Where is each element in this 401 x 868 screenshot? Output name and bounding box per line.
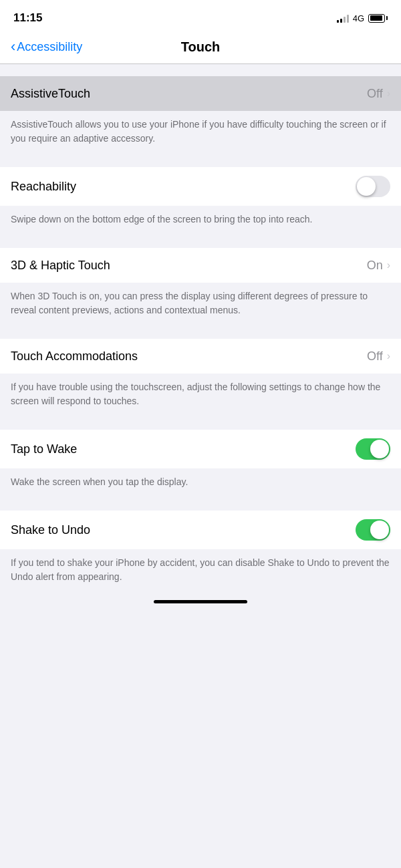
shake-undo-toggle-knob	[370, 521, 389, 539]
shake-undo-description: If you tend to shake your iPhone by acci…	[0, 549, 401, 593]
tap-wake-toggle-knob	[370, 440, 389, 458]
home-indicator	[0, 593, 401, 609]
haptic-touch-value: On	[367, 259, 383, 273]
shake-undo-row[interactable]: Shake to Undo	[0, 511, 401, 549]
haptic-touch-row[interactable]: 3D & Haptic Touch On ›	[0, 248, 401, 283]
section-gap-6	[0, 498, 401, 511]
back-label: Accessibility	[17, 40, 82, 54]
back-button[interactable]: ‹ Accessibility	[11, 40, 82, 54]
reachability-toggle[interactable]	[356, 176, 390, 197]
haptic-touch-right: On ›	[367, 259, 390, 273]
tap-wake-desc-text: Wake the screen when you tap the display…	[11, 476, 188, 487]
tap-wake-toggle[interactable]	[356, 438, 390, 460]
assistive-touch-label: AssistiveTouch	[11, 87, 90, 101]
haptic-touch-group: 3D & Haptic Touch On ›	[0, 248, 401, 283]
touch-accommodations-label: Touch Accommodations	[11, 349, 138, 364]
status-bar: 11:15 4G	[0, 0, 401, 33]
touch-accommodations-group: Touch Accommodations Off ›	[0, 339, 401, 374]
section-gap-2	[0, 155, 401, 167]
home-bar	[154, 600, 247, 603]
tap-wake-group: Tap to Wake	[0, 430, 401, 468]
shake-undo-desc-text: If you tend to shake your iPhone by acci…	[11, 557, 390, 582]
shake-undo-toggle[interactable]	[356, 519, 390, 541]
haptic-touch-chevron-icon: ›	[387, 259, 390, 271]
haptic-touch-label: 3D & Haptic Touch	[11, 259, 110, 273]
reachability-group: Reachability	[0, 167, 401, 206]
assistive-touch-group: AssistiveTouch Off ›	[0, 76, 401, 111]
reachability-label: Reachability	[11, 180, 76, 194]
nav-header: ‹ Accessibility Touch	[0, 33, 401, 64]
touch-accommodations-value: Off	[367, 349, 383, 364]
back-chevron-icon: ‹	[11, 39, 15, 54]
haptic-touch-desc-text: When 3D Touch is on, you can press the d…	[11, 291, 368, 315]
status-time: 11:15	[13, 11, 42, 25]
tap-wake-description: Wake the screen when you tap the display…	[0, 468, 401, 498]
signal-icon	[337, 13, 349, 23]
reachability-description: Swipe down on the bottom edge of the scr…	[0, 206, 401, 236]
network-label: 4G	[353, 13, 364, 23]
reachability-row[interactable]: Reachability	[0, 167, 401, 206]
assistive-touch-desc-text: AssistiveTouch allows you to use your iP…	[11, 119, 386, 144]
assistive-touch-description: AssistiveTouch allows you to use your iP…	[0, 111, 401, 155]
reachability-toggle-knob	[357, 177, 376, 196]
assistive-touch-chevron-icon: ›	[387, 88, 390, 100]
assistive-touch-value: Off	[367, 87, 383, 101]
touch-accommodations-chevron-icon: ›	[387, 350, 390, 362]
section-gap-4	[0, 327, 401, 339]
touch-accommodations-row[interactable]: Touch Accommodations Off ›	[0, 339, 401, 374]
section-gap-1	[0, 64, 401, 76]
assistive-touch-right: Off ›	[367, 87, 390, 101]
touch-accommodations-right: Off ›	[367, 349, 390, 364]
battery-icon	[368, 14, 388, 23]
assistive-touch-row[interactable]: AssistiveTouch Off ›	[0, 76, 401, 111]
shake-undo-label: Shake to Undo	[11, 523, 90, 537]
reachability-desc-text: Swipe down on the bottom edge of the scr…	[11, 214, 312, 225]
section-gap-5	[0, 418, 401, 430]
status-icons: 4G	[337, 13, 388, 23]
touch-accommodations-description: If you have trouble using the touchscree…	[0, 374, 401, 418]
haptic-touch-description: When 3D Touch is on, you can press the d…	[0, 283, 401, 327]
page-title: Touch	[181, 39, 221, 55]
section-gap-3	[0, 236, 401, 248]
tap-wake-row[interactable]: Tap to Wake	[0, 430, 401, 468]
tap-wake-label: Tap to Wake	[11, 442, 77, 456]
touch-accommodations-desc-text: If you have trouble using the touchscree…	[11, 382, 380, 406]
shake-undo-group: Shake to Undo	[0, 511, 401, 549]
